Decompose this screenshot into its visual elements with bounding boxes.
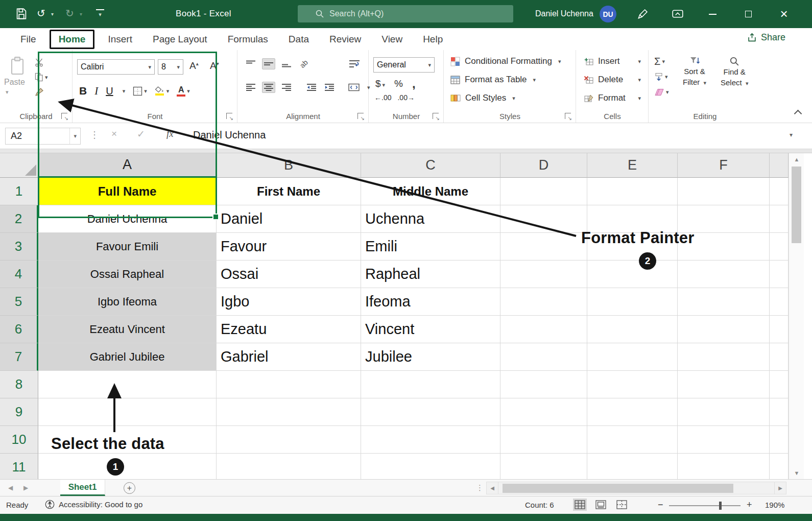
- formula-bar-value[interactable]: Daniel Uchenna: [193, 129, 266, 141]
- increase-indent-button[interactable]: [323, 82, 336, 93]
- cell-C6[interactable]: Vincent: [361, 316, 500, 343]
- count-indicator[interactable]: Count: 6: [525, 501, 554, 509]
- cell-A4[interactable]: Ossai Rapheal: [38, 260, 217, 288]
- cell-C11[interactable]: [361, 454, 500, 481]
- styles-dialog-launcher[interactable]: [565, 113, 571, 119]
- ink-mode-button[interactable]: [637, 8, 649, 19]
- align-bottom-button[interactable]: [280, 58, 293, 69]
- font-size-select[interactable]: 8▾: [158, 59, 183, 75]
- normal-view-button[interactable]: [573, 499, 587, 511]
- fill-button[interactable]: ▾: [654, 72, 669, 82]
- align-middle-button[interactable]: [262, 58, 275, 69]
- cell-A6[interactable]: Ezeatu Vincent: [38, 316, 217, 343]
- column-header-c[interactable]: C: [361, 153, 500, 178]
- cancel-entry-button[interactable]: ×: [111, 128, 117, 139]
- add-sheet-button[interactable]: +: [124, 482, 135, 494]
- cell-E4[interactable]: [587, 260, 678, 288]
- cell[interactable]: [770, 316, 789, 343]
- sort-filter-button[interactable]: Sort & Filter ▾: [683, 56, 706, 87]
- cell-E7[interactable]: [587, 343, 678, 371]
- maximize-button[interactable]: [736, 0, 760, 28]
- cell-A3[interactable]: Favour Emili: [38, 233, 217, 260]
- column-header-f[interactable]: F: [678, 153, 770, 178]
- clipboard-dialog-launcher[interactable]: [61, 113, 67, 119]
- enter-entry-button[interactable]: ✓: [137, 128, 145, 140]
- formula-bar-grip[interactable]: ⋮: [90, 129, 99, 140]
- cut-button[interactable]: [35, 57, 48, 67]
- comma-style-button[interactable]: ,: [412, 77, 416, 91]
- horizontal-scroll-thumb[interactable]: [503, 484, 733, 493]
- clear-button[interactable]: ▾: [654, 87, 669, 97]
- cell-B9[interactable]: [217, 398, 361, 426]
- cell-E11[interactable]: [587, 454, 678, 481]
- cell-E5[interactable]: [587, 288, 678, 316]
- italic-button[interactable]: I: [94, 85, 98, 98]
- tab-insert[interactable]: Insert: [98, 34, 142, 45]
- autosum-button[interactable]: Σ▾: [654, 56, 669, 66]
- zoom-out-button[interactable]: −: [658, 500, 663, 510]
- row-header-11[interactable]: 11: [0, 454, 38, 481]
- row-header-5[interactable]: 5: [0, 288, 38, 316]
- zoom-slider-thumb[interactable]: [719, 502, 722, 510]
- cell-D5[interactable]: [500, 288, 587, 316]
- tab-help[interactable]: Help: [413, 34, 453, 45]
- search-box[interactable]: Search (Alt+Q): [298, 5, 513, 22]
- cell[interactable]: [770, 205, 789, 233]
- cell-B5[interactable]: Igbo: [217, 288, 361, 316]
- cell-C3[interactable]: Emili: [361, 233, 500, 260]
- decrease-font-size-button[interactable]: A▾: [210, 60, 219, 72]
- row-header-6[interactable]: 6: [0, 316, 38, 343]
- font-dialog-launcher[interactable]: [226, 113, 232, 119]
- cell-D4[interactable]: [500, 260, 587, 288]
- cell-A7[interactable]: Gabriel Jubilee: [38, 343, 217, 371]
- cell-F8[interactable]: [678, 371, 770, 398]
- merge-center-button[interactable]: [347, 82, 361, 93]
- zoom-level[interactable]: 190%: [765, 501, 784, 509]
- cell[interactable]: [770, 233, 789, 260]
- cell[interactable]: [770, 371, 789, 398]
- cell-A2-active[interactable]: Daniel Uchenna: [38, 205, 217, 233]
- cell-D6[interactable]: [500, 316, 587, 343]
- redo-button[interactable]: ↻: [65, 7, 74, 19]
- cell-D1[interactable]: [500, 178, 587, 205]
- cell-F5[interactable]: [678, 288, 770, 316]
- cell-B11[interactable]: [217, 454, 361, 481]
- row-header-4[interactable]: 4: [0, 260, 38, 288]
- zoom-slider-track[interactable]: [669, 505, 741, 506]
- row-header-2[interactable]: 2: [0, 205, 38, 233]
- avatar[interactable]: DU: [600, 6, 616, 22]
- copy-button[interactable]: ▾: [35, 72, 48, 82]
- cell-C2[interactable]: Uchenna: [361, 205, 500, 233]
- undo-dropdown[interactable]: ▾: [51, 11, 54, 17]
- sheet-tab-sheet1[interactable]: Sheet1: [60, 480, 105, 496]
- user-name[interactable]: Daniel Uchenna: [535, 9, 593, 18]
- cell-B1[interactable]: First Name: [217, 178, 361, 205]
- cell-A11[interactable]: [38, 454, 217, 481]
- share-button[interactable]: Share: [747, 32, 785, 43]
- customize-quick-access-toolbar-button[interactable]: ▾: [96, 9, 104, 18]
- cell-F6[interactable]: [678, 316, 770, 343]
- tab-page-layout[interactable]: Page Layout: [142, 34, 218, 45]
- insert-function-button[interactable]: fx: [166, 128, 174, 139]
- cell-F1[interactable]: [678, 178, 770, 205]
- increase-decimal-button[interactable]: ←.00: [374, 93, 391, 102]
- row-header-10[interactable]: 10: [0, 426, 38, 454]
- fill-color-button[interactable]: ▾: [155, 86, 170, 96]
- cell-B3[interactable]: Favour: [217, 233, 361, 260]
- paste-button[interactable]: Paste ▾: [4, 56, 31, 96]
- cell[interactable]: [770, 398, 789, 426]
- cell-D11[interactable]: [500, 454, 587, 481]
- minimize-button[interactable]: [701, 0, 724, 28]
- zoom-in-button[interactable]: +: [747, 500, 752, 510]
- row-header-3[interactable]: 3: [0, 233, 38, 260]
- cell-F11[interactable]: [678, 454, 770, 481]
- cell-F10[interactable]: [678, 426, 770, 454]
- find-select-button[interactable]: Find & Select ▾: [721, 56, 748, 87]
- percent-button[interactable]: %: [394, 78, 403, 89]
- cell-A9[interactable]: [38, 398, 217, 426]
- scroll-down-icon[interactable]: ▼: [789, 470, 804, 476]
- undo-button[interactable]: ↺: [37, 7, 45, 19]
- align-right-button[interactable]: [280, 82, 293, 93]
- column-header-a[interactable]: A: [38, 153, 217, 178]
- cell-A5[interactable]: Igbo Ifeoma: [38, 288, 217, 316]
